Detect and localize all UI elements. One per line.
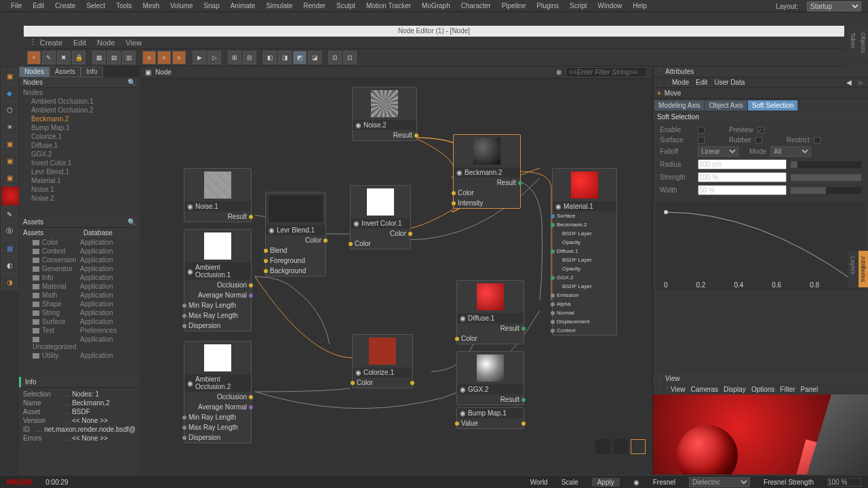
node-ao2[interactable]: ◉ Ambient Occlusion.2 Occlusion Average … [184,341,252,443]
attr-mode[interactable]: Mode [672,79,689,86]
falloff-select[interactable]: Linear [698,146,738,157]
asset-row[interactable]: UncategorizedApplication [19,335,140,351]
grid-icon[interactable]: ▦ [1,240,18,256]
view-view[interactable]: View [671,386,686,393]
cube-icon[interactable]: ▣ [1,68,18,84]
tool-play-icon[interactable]: ▶ [193,51,206,64]
menu-help[interactable]: Help [627,2,652,9]
menu-script[interactable]: Script [564,2,593,9]
restrict-checkbox[interactable] [814,137,821,144]
obj1-icon[interactable]: ▣ [1,136,18,152]
editor-edit[interactable]: Edit [68,39,92,47]
tool-grid2-icon[interactable]: ▤ [107,51,121,64]
tree-root[interactable]: Nodes [19,88,140,97]
material-thumb[interactable] [1,186,20,205]
tree-item[interactable]: Colorize.1 [19,132,140,141]
node-ao1[interactable]: ◉ Ambient Occlusion.1 Occlusion Average … [184,229,252,331]
node-colorize[interactable]: ◉ Colorize.1 Color [352,334,413,388]
view-cameras[interactable]: Cameras [691,386,719,393]
menu-sculpt[interactable]: Sculpt [331,2,361,9]
deform-icon[interactable]: ⬡ [1,102,18,118]
node-ggx[interactable]: ◉ GGX.2 Result [456,351,524,405]
asset-row[interactable]: MaterialApplication [19,282,140,291]
node-noise1[interactable]: ◉ Noise.1 Result [184,168,252,222]
preview-checkbox[interactable] [757,127,764,134]
asset-row[interactable]: SurfaceApplication [19,317,140,326]
tool-add-icon[interactable]: + [27,51,41,64]
tree-item[interactable]: Ambient Occlusion.1 [19,97,140,106]
tool-del-icon[interactable]: ✖ [57,51,71,64]
menu-snap[interactable]: Snap [198,2,224,9]
extra-icon[interactable]: ◐ [1,257,18,273]
tool-align3-icon[interactable]: ≡ [172,51,186,64]
menu-animate[interactable]: Animate [225,2,261,9]
obj2-icon[interactable]: ▣ [1,152,18,169]
asset-row[interactable]: UtilityApplication [19,351,140,360]
radius-slider[interactable] [791,161,861,168]
editor-view[interactable]: View [120,39,147,47]
tree-item[interactable]: Noise.2 [19,194,140,203]
strength-input[interactable] [698,172,787,182]
menu-motion-tracker[interactable]: Motion Tracker [361,2,416,9]
view-display[interactable]: Display [724,386,746,393]
tree-item[interactable]: Levr Blend.1 [19,167,140,176]
asset-row[interactable]: MathApplication [19,291,140,300]
surface-checkbox[interactable] [698,137,705,144]
tree-item[interactable]: Noise.1 [19,185,140,194]
plus-icon[interactable]: + [657,89,661,97]
tool-align1-icon[interactable]: ≡ [142,51,156,64]
editor-node[interactable]: Node [92,39,120,47]
extra2-icon[interactable]: ◑ [1,274,18,290]
obj3-icon[interactable]: ▣ [1,169,18,186]
asset-row[interactable]: ContextApplication [19,247,140,256]
rtab-objects[interactable]: Objects [859,27,868,59]
menu-render[interactable]: Render [298,2,331,9]
menu-edit[interactable]: Edit [27,2,50,9]
tab-nodes[interactable]: Nodes [19,66,50,77]
rtab-layers[interactable]: Layers [848,251,858,287]
nav-fwd-icon[interactable]: ▶ [859,79,864,86]
asset-row[interactable]: ColorApplication [19,238,140,247]
falloff-curve[interactable]: 00.20.40.60.81.0 [656,202,865,290]
menu-file[interactable]: File [5,2,27,9]
tool-opt1-icon[interactable]: ◧ [263,51,277,64]
tab-soft-selection[interactable]: Soft Selection [748,100,798,110]
node-canvas[interactable]: ▣ Node ⊗ ◉ Noise.2 Result [140,66,652,474]
apply-button[interactable]: Apply [592,478,620,487]
enable-checkbox[interactable] [698,127,705,134]
attr-edit[interactable]: Edit [696,79,707,86]
tab-info[interactable]: Info [81,66,103,77]
node-invert[interactable]: ◉ Invert Color.1 Color Color [350,185,411,249]
tool-layout2-icon[interactable]: ⊟ [243,51,256,64]
tool-opt4-icon[interactable]: ◪ [308,51,321,64]
attr-userdata[interactable]: User Data [714,79,745,86]
viewport[interactable] [653,394,868,474]
filter-input[interactable] [566,67,647,77]
width-slider[interactable] [791,187,861,194]
tree-item[interactable]: Invert Color.1 [19,159,140,167]
view-options[interactable]: Options [751,386,774,393]
view-panel[interactable]: Panel [801,386,818,393]
menu-tools[interactable]: Tools [111,2,137,9]
primitive-icon[interactable]: ◆ [1,85,18,101]
tree-item[interactable]: Ambient Occlusion.2 [19,106,140,115]
editor-create[interactable]: Create [35,39,68,47]
tree-item-selected[interactable]: Beckmann.2 [19,115,140,123]
pen-icon[interactable]: ✎ [1,206,18,222]
node-beckmann[interactable]: ◉ Beckmann.2 Result Color Intensity [453,134,521,209]
strength-slider[interactable] [791,174,861,181]
search-icon[interactable]: 🔍 [127,218,136,226]
tool-edit-icon[interactable]: ✎ [42,51,56,64]
menu-volume[interactable]: Volume [165,2,198,9]
close-icon[interactable]: ⊗ [556,68,561,76]
view-filter[interactable]: Filter [780,386,795,393]
asset-row[interactable]: ShapeApplication [19,300,140,308]
mode-select[interactable]: All [770,146,811,157]
menu-mesh[interactable]: Mesh [138,2,165,9]
rubber-checkbox[interactable] [755,137,762,144]
menu-create[interactable]: Create [50,2,81,9]
tab-assets[interactable]: Assets [50,66,81,77]
node-diffuse[interactable]: ◉ Diffuse.1 Result Color [456,280,524,344]
tree-item[interactable]: Diffuse.1 [19,141,140,150]
tool-grid1-icon[interactable]: ▦ [92,51,106,64]
